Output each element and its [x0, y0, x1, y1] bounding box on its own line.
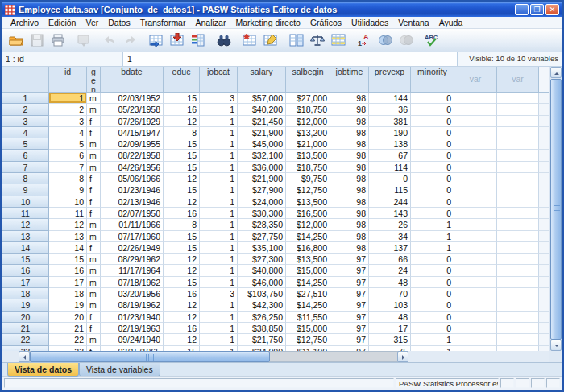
- table-cell[interactable]: 3: [49, 116, 87, 127]
- row-header-10[interactable]: 10: [2, 196, 49, 208]
- table-cell[interactable]: 1: [200, 334, 238, 345]
- table-cell[interactable]: 12: [49, 219, 87, 230]
- column-header-var-12[interactable]: var: [497, 67, 539, 93]
- table-cell[interactable]: 15: [164, 93, 200, 104]
- table-cell[interactable]: 0: [411, 254, 454, 265]
- menu-marketing-directo[interactable]: Marketing directo: [230, 18, 305, 27]
- table-cell[interactable]: 09/24/1940: [101, 334, 164, 345]
- table-cell[interactable]: 143: [369, 208, 411, 219]
- table-cell[interactable]: 98: [330, 127, 369, 138]
- column-header-salary-6[interactable]: salary: [238, 67, 286, 93]
- table-cell[interactable]: 1: [200, 127, 238, 138]
- table-cell[interactable]: [497, 312, 539, 323]
- table-cell[interactable]: 12: [164, 265, 200, 276]
- table-cell[interactable]: 138: [369, 138, 411, 150]
- table-cell[interactable]: f: [87, 127, 101, 138]
- menu-archivo[interactable]: Archivo: [6, 18, 44, 27]
- table-cell[interactable]: $13,500: [286, 150, 330, 161]
- menu-ventana[interactable]: Ventana: [393, 18, 434, 27]
- table-cell[interactable]: 1: [411, 219, 454, 230]
- table-cell[interactable]: 66: [369, 254, 411, 265]
- table-cell[interactable]: 1: [411, 242, 454, 254]
- table-cell[interactable]: 0: [411, 184, 454, 196]
- column-header-minority-10[interactable]: minority: [411, 67, 454, 93]
- table-cell[interactable]: 115: [369, 184, 411, 196]
- maximize-button[interactable]: ❐: [530, 4, 544, 15]
- table-cell[interactable]: 9: [49, 184, 87, 196]
- table-cell[interactable]: 48: [369, 312, 411, 323]
- table-cell[interactable]: [454, 254, 497, 265]
- open-file-button[interactable]: [6, 31, 26, 50]
- table-cell[interactable]: $21,750: [238, 334, 286, 345]
- table-cell[interactable]: 1: [200, 265, 238, 276]
- table-cell[interactable]: 04/26/1956: [101, 162, 164, 173]
- table-cell[interactable]: 1: [200, 184, 238, 196]
- table-cell[interactable]: m: [87, 93, 101, 104]
- table-cell[interactable]: 1: [200, 323, 238, 334]
- table-cell[interactable]: 98: [330, 162, 369, 173]
- table-cell[interactable]: 05/06/1966: [101, 173, 164, 184]
- table-cell[interactable]: [454, 219, 497, 230]
- tab-vista-de-variables[interactable]: Vista de variables: [79, 363, 160, 377]
- table-cell[interactable]: 11/17/1964: [101, 265, 164, 276]
- row-header-15[interactable]: 15: [2, 254, 49, 265]
- table-cell[interactable]: 1: [200, 277, 238, 288]
- column-header-id-1[interactable]: id: [49, 67, 87, 93]
- table-cell[interactable]: 16: [164, 323, 200, 334]
- table-cell[interactable]: 02/03/1952: [101, 93, 164, 104]
- row-header-13[interactable]: 13: [2, 231, 49, 242]
- table-cell[interactable]: 02/19/1963: [101, 323, 164, 334]
- table-cell[interactable]: 67: [369, 150, 411, 161]
- table-cell[interactable]: 13: [49, 231, 87, 242]
- table-cell[interactable]: m: [87, 334, 101, 345]
- spell-check-button[interactable]: ABC: [422, 31, 442, 50]
- table-cell[interactable]: 114: [369, 162, 411, 173]
- table-cell[interactable]: 0: [411, 323, 454, 334]
- table-cell[interactable]: 15: [164, 231, 200, 242]
- table-cell[interactable]: 24: [369, 265, 411, 276]
- scroll-right-button[interactable]: [397, 351, 408, 362]
- table-cell[interactable]: 01/23/1940: [101, 312, 164, 323]
- table-cell[interactable]: 98: [330, 219, 369, 230]
- table-cell[interactable]: 07/18/1962: [101, 277, 164, 288]
- table-cell[interactable]: 16: [49, 265, 87, 276]
- table-cell[interactable]: 02/13/1946: [101, 196, 164, 208]
- table-cell[interactable]: [497, 242, 539, 254]
- table-cell[interactable]: m: [87, 219, 101, 230]
- use-variable-sets-button[interactable]: [375, 31, 395, 50]
- column-header-bdate-3[interactable]: bdate: [101, 67, 164, 93]
- row-header-6[interactable]: 6: [2, 150, 49, 161]
- row-header-17[interactable]: 17: [2, 277, 49, 288]
- table-cell[interactable]: 16: [164, 288, 200, 299]
- table-cell[interactable]: [454, 104, 497, 115]
- table-cell[interactable]: 15: [164, 277, 200, 288]
- table-cell[interactable]: 137: [369, 242, 411, 254]
- table-cell[interactable]: $12,000: [286, 219, 330, 230]
- table-cell[interactable]: 07/17/1960: [101, 231, 164, 242]
- goto-variable-button[interactable]: [168, 31, 187, 50]
- table-cell[interactable]: [454, 138, 497, 150]
- table-cell[interactable]: m: [87, 231, 101, 242]
- table-cell[interactable]: f: [87, 242, 101, 254]
- row-header-11[interactable]: 11: [2, 208, 49, 219]
- table-cell[interactable]: $16,800: [286, 242, 330, 254]
- table-cell[interactable]: 19: [49, 299, 87, 311]
- table-cell[interactable]: $21,900: [238, 127, 286, 138]
- table-cell[interactable]: 08/22/1958: [101, 150, 164, 161]
- print-button[interactable]: [48, 31, 68, 50]
- table-cell[interactable]: $38,850: [238, 323, 286, 334]
- table-cell[interactable]: $21,450: [238, 116, 286, 127]
- table-cell[interactable]: [497, 104, 539, 115]
- cell-editor-field[interactable]: 1: [123, 52, 457, 66]
- table-cell[interactable]: 04/15/1947: [101, 127, 164, 138]
- table-cell[interactable]: 02/07/1950: [101, 208, 164, 219]
- table-cell[interactable]: 1: [411, 334, 454, 345]
- table-cell[interactable]: 0: [411, 208, 454, 219]
- row-header-18[interactable]: 18: [2, 288, 49, 299]
- table-cell[interactable]: [497, 208, 539, 219]
- table-cell[interactable]: $30,300: [238, 208, 286, 219]
- table-cell[interactable]: $13,500: [286, 196, 330, 208]
- table-cell[interactable]: 98: [330, 208, 369, 219]
- table-cell[interactable]: $16,500: [286, 208, 330, 219]
- table-cell[interactable]: 0: [369, 173, 411, 184]
